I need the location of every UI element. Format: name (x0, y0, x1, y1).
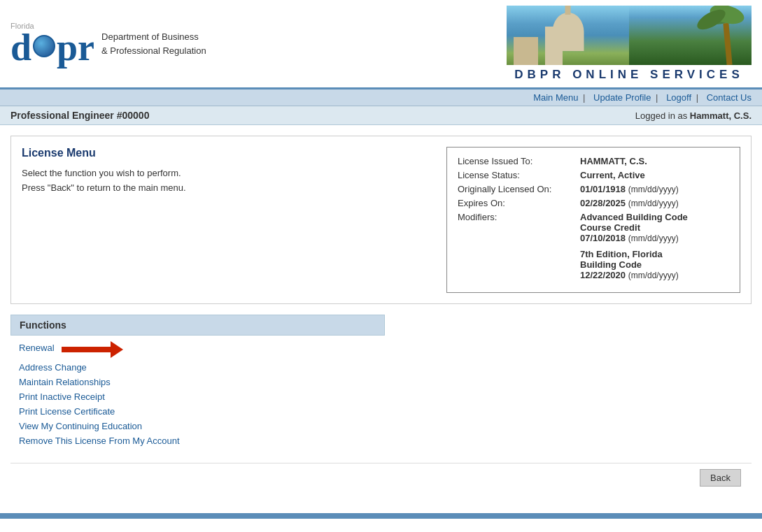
logged-in-text: Logged in as Hammatt, C.S. (635, 110, 752, 121)
logged-in-prefix: Logged in as (635, 110, 690, 121)
issued-to-row: License Issued To: HAMMATT, C.S. (458, 156, 729, 166)
modifiers-row: Modifiers: Advanced Building Code Course… (458, 212, 729, 280)
functions-links: Renewal Address Change Maintain Relation… (10, 336, 752, 456)
modifiers-value: Advanced Building Code Course Credit 07/… (580, 212, 688, 280)
dbpr-pr-letters: pr (57, 29, 94, 66)
photo-scene (507, 6, 752, 65)
contact-us-link[interactable]: Contact Us (707, 92, 752, 103)
print-license-cert-link[interactable]: Print License Certificate (19, 406, 743, 417)
red-arrow-container (62, 341, 123, 358)
palm-trunk (723, 23, 732, 65)
arrow-shaft (62, 347, 111, 352)
orig-licensed-value: 01/01/1918 (mm/dd/yyyy) (580, 184, 679, 194)
nav-bar: Main Menu | Update Profile | Logoff | Co… (0, 89, 762, 106)
modifier1-date: 07/10/2018 (580, 233, 626, 243)
main-content: License Menu Select the function you wis… (0, 125, 762, 503)
logged-in-user: Hammatt, C.S. (690, 110, 752, 121)
back-button[interactable]: Back (700, 469, 741, 487)
instruction-1: Select the function you wish to perform. (22, 168, 432, 178)
logo-area: Florida d pr Department of Business & Pr… (10, 22, 206, 66)
remove-license-link[interactable]: Remove This License From My Account (19, 436, 743, 446)
license-menu-section: License Menu Select the function you wis… (10, 136, 752, 304)
orig-licensed-label: Originally Licensed On: (458, 184, 580, 194)
renewal-row: Renewal (19, 341, 743, 358)
maintain-relationships-link[interactable]: Maintain Relationships (19, 377, 743, 387)
modifier2-name: 7th Edition, Florida (580, 249, 663, 259)
orig-licensed-fmt: (mm/dd/yyyy) (628, 185, 679, 194)
orig-licensed-row: Originally Licensed On: 01/01/1918 (mm/d… (458, 184, 729, 194)
dept-line1: Department of Business (101, 30, 206, 44)
logo-wrap: Florida d pr (10, 22, 94, 66)
status-row: License Status: Current, Active (458, 170, 729, 180)
issued-to-label: License Issued To: (458, 156, 580, 166)
dbpr-d-letter: d (10, 29, 31, 66)
modifiers-label: Modifiers: (458, 212, 580, 280)
modifier2-sub: Building Code (580, 259, 642, 270)
header-image-area: DBPR ONLINE SERVICES (507, 6, 752, 82)
photo-left (507, 6, 629, 65)
dept-line2: & Professional Regulation (101, 44, 206, 58)
functions-section: Functions Renewal Address Change Maintai… (10, 315, 752, 456)
print-inactive-receipt-link[interactable]: Print Inactive Receipt (19, 391, 743, 402)
modifier1-fmt: (mm/dd/yyyy) (628, 233, 679, 243)
status-label: License Status: (458, 170, 580, 180)
modifier2: 7th Edition, Florida Building Code 12/22… (580, 249, 688, 280)
online-services-label: DBPR ONLINE SERVICES (514, 68, 744, 82)
back-area: Back (10, 463, 752, 492)
header-photo (507, 6, 752, 65)
functions-header: Functions (10, 315, 385, 336)
building-left (514, 37, 538, 65)
issued-to-value: HAMMATT, C.S. (580, 156, 647, 166)
status-value: Current, Active (580, 170, 645, 180)
address-change-link[interactable]: Address Change (19, 362, 743, 373)
dbpr-circle-icon (33, 35, 55, 57)
building-center (545, 27, 563, 65)
logoff-link[interactable]: Logoff (666, 92, 691, 103)
arrow-head (111, 341, 123, 358)
view-ce-link[interactable]: View My Continuing Education (19, 421, 743, 431)
renewal-link[interactable]: Renewal (19, 343, 55, 353)
info-bar: Professional Engineer #00000 Logged in a… (0, 106, 762, 125)
nav-sep-3: | (696, 92, 698, 103)
modifier1: Advanced Building Code Course Credit 07/… (580, 212, 688, 243)
expires-fmt: (mm/dd/yyyy) (628, 199, 679, 208)
page-header: Florida d pr Department of Business & Pr… (0, 0, 762, 89)
modifier1-sub: Course Credit (580, 222, 640, 233)
instruction-2: Press "Back" to return to the main menu. (22, 182, 432, 193)
dbpr-logo-row: d pr (10, 29, 94, 66)
modifier2-date: 12/22/2020 (580, 270, 626, 280)
nav-sep-2: | (656, 92, 658, 103)
bottom-border (0, 513, 762, 519)
license-menu-heading: License Menu (22, 147, 432, 159)
license-menu-left: License Menu Select the function you wis… (22, 147, 432, 293)
modifier1-name: Advanced Building Code (580, 212, 688, 222)
expires-value: 02/28/2025 (mm/dd/yyyy) (580, 198, 679, 208)
nav-sep-1: | (583, 92, 585, 103)
license-info-box: License Issued To: HAMMATT, C.S. License… (446, 147, 740, 293)
expires-label: Expires On: (458, 198, 580, 208)
functions-heading: Functions (20, 319, 376, 331)
main-menu-link[interactable]: Main Menu (533, 92, 578, 103)
license-title: Professional Engineer #00000 (10, 110, 149, 121)
expires-row: Expires On: 02/28/2025 (mm/dd/yyyy) (458, 198, 729, 208)
modifier2-fmt: (mm/dd/yyyy) (628, 271, 679, 280)
photo-right (629, 6, 752, 65)
update-profile-link[interactable]: Update Profile (593, 92, 651, 103)
dept-name: Department of Business & Professional Re… (101, 30, 206, 57)
